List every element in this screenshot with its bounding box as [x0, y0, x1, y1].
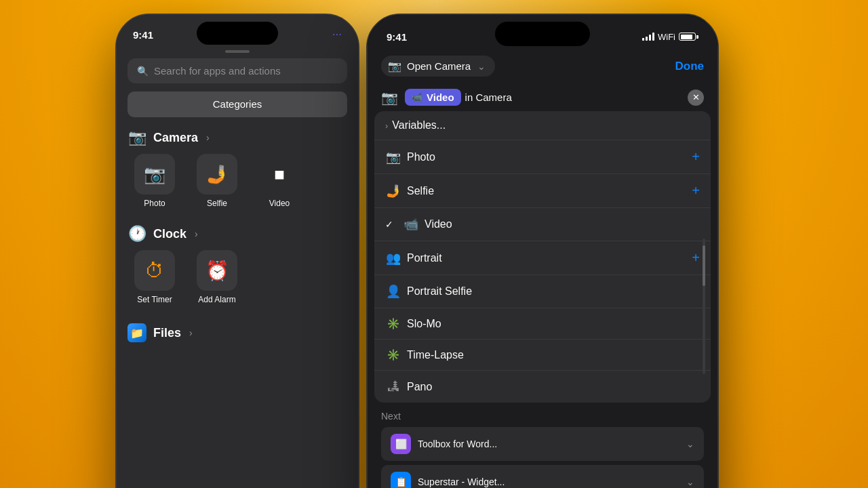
next-item-1-chevron: ⌄: [686, 476, 694, 487]
portrait-dropdown-icon: 👥: [385, 251, 401, 266]
dropdown-item-photo-right: +: [692, 149, 700, 165]
open-camera-text: Open Camera: [407, 60, 471, 72]
alarm-label: Add Alarm: [198, 295, 235, 304]
video-dropdown-icon: 📹: [403, 217, 419, 232]
categories-button[interactable]: Categories: [127, 92, 347, 117]
next-item-0-left: ⬜ Toolbox for Word...: [391, 434, 497, 454]
video-icon-bg: ■: [259, 154, 300, 195]
photo-plus-btn[interactable]: +: [692, 149, 700, 165]
next-item-1-text: Superstar - Widget...: [418, 476, 505, 487]
dropdown-item-pano-label: 🏞 Pano: [385, 380, 432, 394]
selfie-label: Selfie: [207, 199, 227, 208]
camera-items-scroll: 📷 Photo 🤳 Selfie ■ Video: [117, 154, 358, 219]
dropdown-item-selfie-label: 🤳 Selfie: [385, 184, 434, 199]
variables-row[interactable]: › Variables...: [374, 111, 711, 140]
dropdown-item-video[interactable]: ✓ 📹 Video: [374, 208, 711, 241]
files-chevron-right: ›: [189, 327, 193, 338]
selfie-dropdown-icon: 🤳: [385, 184, 401, 199]
search-bar[interactable]: 🔍 Search for apps and actions: [127, 58, 347, 83]
dropdown-item-slo-mo[interactable]: ✳️ Slo-Mo: [374, 308, 711, 340]
camera-chevron-right: ›: [206, 132, 210, 143]
dropdown-item-photo-label: 📷 Photo: [385, 150, 435, 165]
next-label: Next: [381, 411, 704, 422]
bar3: [649, 35, 651, 41]
in-camera-text: in Camera: [465, 92, 512, 103]
camera-icon-row: 📷: [381, 89, 398, 106]
camera-section-header[interactable]: 📷 Camera ›: [117, 128, 358, 154]
dropdown-item-selfie[interactable]: 🤳 Selfie +: [374, 174, 711, 208]
next-item-0-text: Toolbox for Word...: [418, 439, 497, 449]
scrollbar-thumb[interactable]: [703, 245, 705, 286]
right-phone: 9:41 WiFi 📷: [366, 14, 719, 488]
bar4: [652, 33, 654, 41]
dropdown-item-time-lapse-label: ✳️ Time-Lapse: [385, 348, 464, 361]
video-pill[interactable]: 📹 Video: [405, 89, 461, 106]
video-pill-text: Video: [427, 92, 454, 103]
next-steps-area: Next ⬜ Toolbox for Word... ⌄ 📋: [368, 403, 717, 488]
dropdown-item-video-label: ✓ 📹 Video: [385, 217, 452, 232]
bar2: [646, 37, 648, 41]
status-icons-right: WiFi: [642, 32, 698, 42]
open-camera-pill[interactable]: 📷 Open Camera ⌄: [381, 56, 495, 77]
dynamic-island-left: [197, 22, 278, 45]
clock-section-title: Clock: [153, 227, 186, 241]
time-lapse-dropdown-icon: ✳️: [385, 348, 401, 361]
next-item-0[interactable]: ⬜ Toolbox for Word... ⌄: [381, 427, 704, 461]
camera-icon-pill: 📷: [388, 60, 401, 73]
selfie-plus-btn[interactable]: +: [692, 183, 700, 199]
clock-items-scroll: ⏱ Set Timer ⏰ Add Alarm: [117, 250, 358, 315]
chevron-down-pill[interactable]: ⌄: [477, 61, 486, 72]
files-section-header[interactable]: 📁 Files ›: [127, 323, 347, 342]
clock-section-header[interactable]: 🕐 Clock ›: [117, 224, 358, 250]
dropdown-item-portrait[interactable]: 👥 Portrait +: [374, 241, 711, 275]
files-section: 📁 Files ›: [117, 315, 358, 342]
next-item-1[interactable]: 📋 Superstar - Widget... ⌄: [381, 465, 704, 488]
variables-chevron-icon: ›: [385, 121, 388, 131]
camera-section-title: Camera: [153, 131, 198, 145]
clock-section: 🕐 Clock › ⏱ Set Timer ⏰ Add Alarm: [117, 219, 358, 315]
slo-mo-dropdown-icon: ✳️: [385, 317, 401, 330]
next-item-0-icon: ⬜: [391, 434, 411, 454]
battery-icon: [679, 33, 698, 41]
pano-dropdown-icon: 🏞: [385, 380, 401, 394]
next-item-1-icon: 📋: [391, 472, 411, 488]
categories-label: Categories: [213, 98, 262, 110]
search-icon: 🔍: [137, 66, 149, 77]
dropdown-item-pano[interactable]: 🏞 Pano: [374, 371, 711, 403]
clock-item-timer[interactable]: ⏱ Set Timer: [127, 250, 182, 304]
status-icons-left: ⋯: [332, 29, 342, 40]
alarm-icon-bg: ⏰: [197, 250, 237, 291]
dropdown-item-portrait-right: +: [692, 250, 700, 266]
next-item-0-chevron: ⌄: [686, 439, 694, 449]
timer-icon-bg: ⏱: [134, 250, 175, 291]
camera-section-icon: 📷: [127, 128, 146, 147]
dropdown-item-portrait-selfie[interactable]: 👤 Portrait Selfie: [374, 275, 711, 308]
clear-button[interactable]: ✕: [688, 89, 704, 106]
camera-item-selfie[interactable]: 🤳 Selfie: [190, 154, 244, 208]
portrait-plus-btn[interactable]: +: [692, 250, 700, 266]
clock-item-alarm[interactable]: ⏰ Add Alarm: [190, 250, 244, 304]
timer-label: Set Timer: [137, 295, 172, 304]
camera-item-video[interactable]: ■ Video: [252, 154, 307, 208]
bar1: [642, 38, 644, 41]
dropdown-item-photo[interactable]: 📷 Photo +: [374, 140, 711, 174]
photo-dropdown-icon: 📷: [385, 150, 401, 165]
camera-item-photo[interactable]: 📷 Photo: [127, 154, 182, 208]
drag-handle[interactable]: [225, 50, 250, 53]
wifi-icon: WiFi: [658, 32, 675, 42]
portrait-selfie-dropdown-icon: 👤: [385, 284, 401, 299]
dropdown-panel: › Variables... 📷 Photo + 🤳 Selfie: [374, 111, 711, 403]
files-section-icon: 📁: [127, 323, 146, 342]
dropdown-item-time-lapse[interactable]: ✳️ Time-Lapse: [374, 340, 711, 371]
photo-icon-bg: 📷: [134, 154, 175, 195]
dropdown-item-slo-mo-label: ✳️ Slo-Mo: [385, 317, 441, 330]
video-selector-row: 📷 📹 Video in Camera ✕: [368, 83, 717, 111]
next-items-list: ⬜ Toolbox for Word... ⌄ 📋 Superstar - Wi…: [381, 427, 704, 488]
done-button[interactable]: Done: [675, 60, 705, 73]
dropdown-item-selfie-right: +: [692, 183, 700, 199]
variables-text: Variables...: [392, 119, 446, 131]
signal-bars-icon: [642, 33, 654, 41]
search-placeholder: Search for apps and actions: [154, 65, 281, 77]
dropdown-item-portrait-selfie-label: 👤 Portrait Selfie: [385, 284, 472, 299]
clock-section-icon: 🕐: [127, 224, 146, 243]
